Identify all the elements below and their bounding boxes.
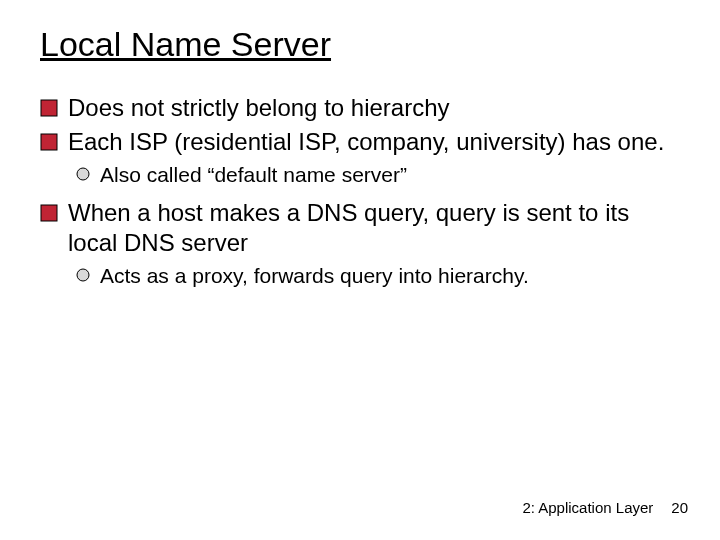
sub-bullet-text: Also called “default name server” <box>100 161 680 188</box>
list-item: Each ISP (residential ISP, company, univ… <box>40 127 680 157</box>
bullet-text: Does not strictly belong to hierarchy <box>68 93 680 123</box>
page-title: Local Name Server <box>40 24 680 65</box>
sub-list-item: Acts as a proxy, forwards query into hie… <box>76 262 680 289</box>
bullet-text: Each ISP (residential ISP, company, univ… <box>68 127 680 157</box>
svg-point-2 <box>77 168 89 180</box>
square-bullet-icon <box>40 204 58 222</box>
circle-bullet-icon <box>76 268 90 282</box>
footer: 2: Application Layer 20 <box>522 499 688 516</box>
footer-chapter: 2: Application Layer <box>522 499 653 516</box>
footer-page-number: 20 <box>671 499 688 516</box>
sub-list-item: Also called “default name server” <box>76 161 680 188</box>
svg-point-4 <box>77 269 89 281</box>
bullet-text: When a host makes a DNS query, query is … <box>68 198 680 258</box>
list-item: Does not strictly belong to hierarchy <box>40 93 680 123</box>
list-item: When a host makes a DNS query, query is … <box>40 198 680 258</box>
sub-bullet-text: Acts as a proxy, forwards query into hie… <box>100 262 680 289</box>
svg-rect-3 <box>41 205 57 221</box>
slide: Local Name Server Does not strictly belo… <box>0 0 720 540</box>
svg-rect-0 <box>41 100 57 116</box>
circle-bullet-icon <box>76 167 90 181</box>
svg-rect-1 <box>41 134 57 150</box>
square-bullet-icon <box>40 133 58 151</box>
square-bullet-icon <box>40 99 58 117</box>
